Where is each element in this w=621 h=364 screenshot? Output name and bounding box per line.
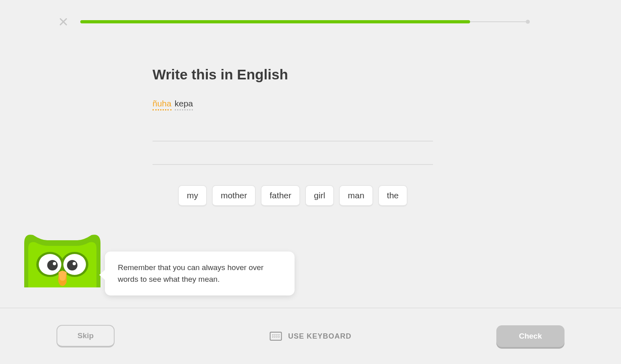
word-tile-girl[interactable]: girl bbox=[305, 185, 334, 207]
hint-bubble: Remember that you can always hover over … bbox=[105, 252, 295, 295]
svg-point-5 bbox=[67, 260, 77, 270]
exercise-title: Write this in English bbox=[153, 67, 433, 83]
hint-text: Remember that you can always hover over … bbox=[118, 263, 263, 283]
answer-area[interactable] bbox=[153, 141, 433, 165]
skip-button[interactable]: Skip bbox=[56, 325, 115, 347]
svg-point-7 bbox=[73, 262, 76, 265]
bottom-bar: Skip USE KEYBOARD Check bbox=[0, 308, 621, 364]
check-button[interactable]: Check bbox=[496, 325, 565, 347]
progress-bar bbox=[80, 20, 528, 23]
exercise-content: Write this in English ñuhakepa mymotherf… bbox=[153, 67, 433, 207]
owl-mascot bbox=[21, 229, 104, 287]
svg-point-6 bbox=[53, 262, 56, 265]
keyboard-label: USE KEYBOARD bbox=[288, 332, 351, 341]
top-bar bbox=[59, 17, 528, 27]
word-tile-my[interactable]: my bbox=[178, 185, 207, 207]
word-tile-mother[interactable]: mother bbox=[212, 185, 256, 207]
prompt-sentence: ñuhakepa bbox=[153, 99, 433, 110]
prompt-word-1[interactable]: kepa bbox=[175, 99, 193, 110]
word-tile-the[interactable]: the bbox=[378, 185, 408, 207]
word-bank: mymotherfathergirlmanthe bbox=[153, 185, 433, 207]
word-tile-father[interactable]: father bbox=[261, 185, 300, 207]
svg-point-4 bbox=[47, 260, 58, 270]
prompt-word-0[interactable]: ñuha bbox=[153, 99, 171, 110]
close-icon[interactable] bbox=[59, 17, 68, 27]
keyboard-icon bbox=[270, 332, 282, 341]
use-keyboard-toggle[interactable]: USE KEYBOARD bbox=[270, 332, 351, 341]
word-tile-man[interactable]: man bbox=[339, 185, 373, 207]
progress-fill bbox=[80, 20, 470, 23]
progress-end-dot bbox=[526, 20, 530, 24]
